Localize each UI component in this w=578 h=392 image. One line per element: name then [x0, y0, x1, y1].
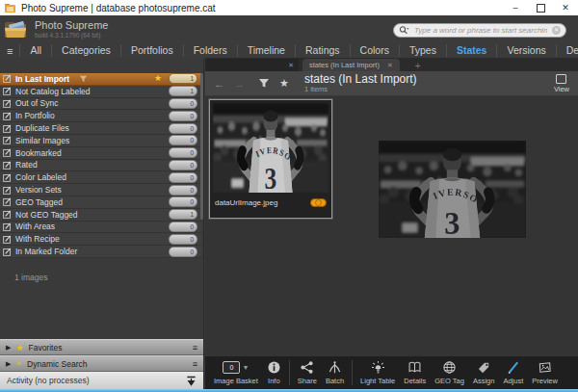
tab-states[interactable]: States [446, 44, 497, 57]
forward-arrow-icon[interactable]: → [234, 78, 245, 90]
details-button[interactable]: Details [400, 356, 430, 389]
light-table-icon [371, 360, 385, 375]
details-book-icon [407, 360, 422, 375]
filter-row-not-geo-tagged[interactable]: Not GEO Tagged 1 [0, 209, 201, 222]
activity-collapse-icon[interactable] [186, 376, 197, 386]
main-area: ✕ states (In Last Import) ✕ + ← → ★ stat… [205, 58, 578, 389]
edit-checkbox-icon[interactable] [3, 99, 12, 108]
batch-button[interactable]: Batch [322, 356, 348, 389]
filter-row-in-marked-folder[interactable]: In Marked Folder 0 [0, 246, 201, 258]
sidebar-scrollbar[interactable] [200, 73, 203, 220]
color-label-ring-icon [315, 199, 322, 206]
adjust-button[interactable]: Adjust [499, 356, 527, 389]
edit-checkbox-icon[interactable] [3, 148, 12, 157]
edit-checkbox-icon[interactable] [3, 74, 12, 83]
panel-menu-icon[interactable]: ≡ [193, 343, 197, 353]
tab-close-icon[interactable]: ✕ [288, 62, 294, 69]
edit-checkbox-icon[interactable] [3, 112, 12, 120]
panel-menu-icon[interactable]: ≡ [193, 359, 197, 369]
filter-row-bookmarked[interactable]: Bookmarked 0 [0, 147, 201, 160]
tab-portfolios[interactable]: Portfolios [120, 44, 183, 57]
thumbnail-card-selected[interactable]: dataUrlImage.jpeg [209, 99, 332, 219]
app-logo-icon [4, 19, 29, 39]
tab-details[interactable]: Details [556, 44, 578, 57]
favorite-star-icon[interactable]: ★ [154, 74, 162, 83]
tab-folders[interactable]: Folders [183, 44, 237, 57]
filter-label: Out of Sync [15, 98, 58, 108]
filter-row-duplicate-files[interactable]: Duplicate Files 0 [0, 122, 201, 135]
filter-row-color-labeled[interactable]: Color Labeled 0 [0, 171, 201, 184]
toolbar-separator [289, 360, 290, 385]
filter-row-rated[interactable]: Rated 0 [0, 160, 201, 172]
tab-colors[interactable]: Colors [350, 44, 399, 57]
filter-row-out-of-sync[interactable]: Out of Sync 0 [0, 98, 201, 111]
filter-row-in-last-import[interactable]: In Last Import ★ 1 [0, 73, 201, 86]
tab-ratings[interactable]: Ratings [295, 44, 350, 57]
collection-tab-active[interactable]: states (In Last Import) ✕ [302, 59, 400, 71]
filter-label: In Portfolio [15, 111, 55, 120]
filter-row-in-portfolio[interactable]: In Portfolio 0 [0, 110, 201, 122]
favorites-panel-label: Favorites [28, 343, 62, 353]
geo-tag-button[interactable]: GEO Tag [431, 356, 468, 389]
assign-button[interactable]: Assign [469, 356, 499, 389]
filter-funnel-icon[interactable] [79, 75, 88, 83]
tab-close-icon[interactable]: ✕ [387, 62, 393, 69]
collection-tab-inactive[interactable]: ✕ [205, 59, 299, 71]
search-input[interactable] [412, 25, 549, 36]
color-label-badge[interactable] [310, 198, 327, 207]
menu-hamburger-icon[interactable]: ≡ [0, 45, 19, 57]
new-tab-button[interactable]: + [415, 61, 421, 71]
filter-row-geo-tagged[interactable]: GEO Tagged 0 [0, 196, 201, 209]
toolbar-button-label: Light Table [360, 377, 395, 385]
tab-timeline[interactable]: Timeline [237, 44, 295, 57]
filter-icon[interactable] [258, 78, 270, 89]
preview-image[interactable] [379, 141, 526, 238]
filter-row-version-sets[interactable]: Version Sets 0 [0, 184, 201, 196]
edit-checkbox-icon[interactable] [3, 136, 12, 144]
edit-checkbox-icon[interactable] [3, 186, 12, 195]
close-button[interactable]: ✕ [553, 0, 578, 15]
edit-checkbox-icon[interactable] [3, 161, 12, 170]
maximize-button[interactable] [528, 0, 553, 15]
favorite-icon[interactable]: ★ [279, 77, 289, 90]
filter-row-with-areas[interactable]: With Areas 0 [0, 222, 201, 234]
favorites-panel-header[interactable]: ▶ ★ Favorites ≡ [0, 339, 203, 355]
expand-arrow-icon[interactable]: ▶ [6, 360, 11, 368]
count-badge: 0 [169, 247, 197, 257]
tab-types[interactable]: Types [399, 44, 446, 57]
expand-arrow-icon[interactable]: ▶ [6, 344, 11, 352]
tab-categories[interactable]: Categories [51, 44, 120, 57]
edit-checkbox-icon[interactable] [3, 124, 12, 133]
edit-checkbox-icon[interactable] [3, 235, 12, 244]
edit-checkbox-icon[interactable] [3, 248, 12, 256]
edit-checkbox-icon[interactable] [3, 210, 12, 219]
image-basket-button[interactable]: 0 ▼ Image Basket [210, 356, 262, 389]
edit-checkbox-icon[interactable] [3, 173, 12, 182]
filter-row-with-recipe[interactable]: With Recipe 0 [0, 233, 201, 246]
filter-row-similar-images[interactable]: Similar Images 0 [0, 135, 201, 147]
thumbnail-caption-bar: dataUrlImage.jpeg [213, 193, 328, 213]
edit-checkbox-icon[interactable] [3, 87, 12, 95]
edit-checkbox-icon[interactable] [3, 197, 12, 206]
search-icon [399, 25, 409, 36]
filter-label: With Areas [15, 222, 55, 231]
chevron-down-icon[interactable]: ▼ [242, 364, 249, 371]
info-button[interactable]: Info [263, 356, 285, 389]
preview-button[interactable]: Preview [528, 356, 562, 389]
search-box[interactable]: ✕ [393, 23, 566, 38]
back-arrow-icon[interactable]: ← [214, 78, 224, 90]
search-clear-icon[interactable]: ✕ [552, 26, 561, 35]
toolbar-button-label: Preview [532, 377, 558, 385]
filter-row-not-catalog-labeled[interactable]: Not Catalog Labeled 1 [0, 86, 201, 98]
share-button[interactable]: Share [294, 356, 321, 389]
tab-all[interactable]: All [19, 44, 51, 57]
minimize-button[interactable]: – [503, 0, 528, 15]
dynamic-search-icon: ✳ [15, 359, 22, 368]
edit-checkbox-icon[interactable] [3, 222, 12, 231]
tab-versions[interactable]: Versions [496, 44, 555, 57]
light-table-button[interactable]: Light Table [356, 356, 399, 389]
activity-status-bar: Activity (no processes) [0, 372, 203, 389]
view-button[interactable]: View [554, 74, 569, 93]
dynamic-search-panel-header[interactable]: ▶ ✳ Dynamic Search ≡ [0, 355, 203, 372]
thumbnail-image[interactable] [213, 103, 328, 193]
